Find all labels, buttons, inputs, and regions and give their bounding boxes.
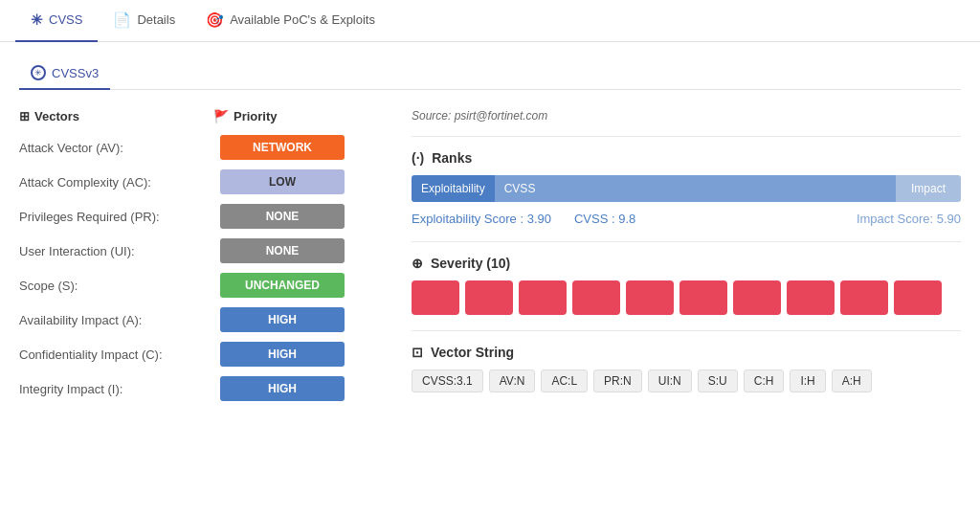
privileges-required-badge: NONE	[220, 204, 345, 229]
main-content: ✳ CVSSv3 ⊞ Vectors 🚩 Priority Attack Vec…	[0, 42, 980, 426]
severity-title: Severity (10)	[431, 256, 510, 271]
severity-box-3	[519, 280, 567, 315]
user-interaction-badge: NONE	[220, 238, 345, 263]
table-row: Availability Impact (A): HIGH	[19, 307, 383, 332]
ranks-radio-icon: (·)	[412, 150, 424, 166]
attack-complexity-label: Attack Complexity (AC):	[19, 175, 220, 190]
cvss-score: CVSS : 9.8	[574, 212, 635, 226]
exploitability-bar-label: Exploitability	[421, 182, 485, 195]
nav-label-cvss: CVSS	[49, 12, 82, 27]
table-row: Integrity Impact (I): HIGH	[19, 376, 383, 401]
nav-item-details[interactable]: 📄 Details	[98, 0, 190, 42]
divider-2	[412, 241, 961, 242]
main-layout: ⊞ Vectors 🚩 Priority Attack Vector (AV):…	[19, 109, 961, 411]
severity-box-4	[572, 280, 620, 315]
severity-crosshair-icon: ⊕	[412, 256, 423, 271]
vector-string-header: ⊡ Vector String	[412, 345, 961, 360]
source-text: Source: psirt@fortinet.com	[412, 109, 961, 123]
table-row: Confidentiality Impact (C): HIGH	[19, 342, 383, 367]
cvss-bar-label: CVSS	[504, 182, 536, 195]
severity-section: ⊕ Severity (10)	[412, 256, 961, 315]
table-row: Privileges Required (PR): NONE	[19, 204, 383, 229]
attack-vector-label: Attack Vector (AV):	[19, 141, 220, 155]
details-icon: 📄	[113, 11, 131, 29]
table-row: Attack Complexity (AC): LOW	[19, 169, 383, 194]
severity-box-9	[840, 280, 888, 315]
scope-label: Scope (S):	[19, 279, 220, 293]
cvssv3-tab-icon: ✳	[31, 65, 46, 80]
priority-label-text: Priority	[234, 109, 278, 123]
severity-box-8	[787, 280, 835, 315]
cvssv3-tab[interactable]: ✳ CVSSv3	[19, 57, 110, 90]
availability-impact-badge: HIGH	[220, 307, 345, 332]
top-navigation: ✳ CVSS 📄 Details 🎯 Available PoC's & Exp…	[0, 0, 980, 42]
severity-box-5	[626, 280, 674, 315]
cvssv3-tab-label: CVSSv3	[52, 66, 99, 80]
vectors-table: Attack Vector (AV): NETWORK Attack Compl…	[19, 135, 383, 401]
table-row: Scope (S): UNCHANGED	[19, 273, 383, 298]
vector-tag-ch: C:H	[744, 369, 785, 392]
severity-box-6	[679, 280, 727, 315]
divider-1	[412, 136, 961, 137]
vector-tag-ah: A:H	[832, 369, 872, 392]
vector-resize-icon: ⊡	[412, 345, 423, 360]
ranks-title: Ranks	[432, 150, 472, 166]
ranks-section-header: (·) Ranks	[412, 150, 961, 166]
severity-box-1	[412, 280, 459, 315]
ranks-bar: Exploitability CVSS Impact	[412, 175, 961, 202]
severity-boxes	[412, 280, 961, 315]
divider-3	[412, 330, 961, 331]
cvss-bar: CVSS	[495, 175, 896, 202]
vectors-column-header: ⊞ Vectors	[19, 109, 79, 123]
confidentiality-impact-badge: HIGH	[220, 342, 345, 367]
impact-score: Impact Score: 5.90	[857, 212, 961, 226]
vector-tag-uin: UI:N	[648, 369, 692, 392]
severity-box-10	[894, 280, 942, 315]
nav-item-cvss[interactable]: ✳ CVSS	[15, 0, 98, 42]
vector-tag-ih: I:H	[790, 369, 825, 392]
vector-string-title: Vector String	[431, 345, 514, 360]
vector-tags-container: CVSS:3.1 AV:N AC:L PR:N UI:N S:U C:H I:H…	[412, 369, 961, 392]
cvss-tab-row: ✳ CVSSv3	[19, 57, 961, 90]
availability-impact-label: Availability Impact (A):	[19, 313, 220, 327]
table-row: User Interaction (UI): NONE	[19, 238, 383, 263]
attack-vector-badge: NETWORK	[220, 135, 345, 160]
user-interaction-label: User Interaction (UI):	[19, 244, 220, 258]
vector-tag-acl: AC:L	[541, 369, 588, 392]
severity-header: ⊕ Severity (10)	[412, 256, 961, 271]
vectors-header: ⊞ Vectors 🚩 Priority	[19, 109, 383, 123]
priority-column-header: 🚩 Priority	[213, 109, 278, 123]
impact-bar-label: Impact	[911, 182, 946, 195]
vector-tag-prn: PR:N	[593, 369, 642, 392]
table-row: Attack Vector (AV): NETWORK	[19, 135, 383, 160]
vector-tag-cvss31: CVSS:3.1	[412, 369, 483, 392]
vectors-grid-icon: ⊞	[19, 109, 30, 123]
severity-box-7	[733, 280, 781, 315]
impact-bar: Impact	[896, 175, 961, 202]
vector-tag-avn: AV:N	[489, 369, 536, 392]
left-column: ⊞ Vectors 🚩 Priority Attack Vector (AV):…	[19, 109, 383, 411]
vector-string-section: ⊡ Vector String CVSS:3.1 AV:N AC:L PR:N …	[412, 345, 961, 392]
vectors-label-text: Vectors	[34, 109, 79, 123]
nav-label-exploits: Available PoC's & Exploits	[230, 12, 375, 27]
priority-flag-icon: 🚩	[213, 109, 229, 123]
nav-item-exploits[interactable]: 🎯 Available PoC's & Exploits	[190, 0, 390, 42]
exploits-icon: 🎯	[206, 11, 224, 29]
severity-box-2	[465, 280, 513, 315]
integrity-impact-label: Integrity Impact (I):	[19, 382, 220, 396]
exploitability-score: Exploitability Score : 3.90	[412, 212, 551, 226]
confidentiality-impact-label: Confidentiality Impact (C):	[19, 347, 220, 362]
nav-label-details: Details	[137, 12, 175, 27]
right-column: Source: psirt@fortinet.com (·) Ranks Exp…	[412, 109, 961, 411]
integrity-impact-badge: HIGH	[220, 376, 345, 401]
vector-tag-su: S:U	[698, 369, 738, 392]
exploitability-bar: Exploitability	[412, 175, 495, 202]
scores-row: Exploitability Score : 3.90 CVSS : 9.8 I…	[412, 212, 961, 226]
cvss-icon: ✳	[31, 11, 43, 29]
scope-badge: UNCHANGED	[220, 273, 345, 298]
privileges-required-label: Privileges Required (PR):	[19, 210, 220, 224]
attack-complexity-badge: LOW	[220, 169, 345, 194]
